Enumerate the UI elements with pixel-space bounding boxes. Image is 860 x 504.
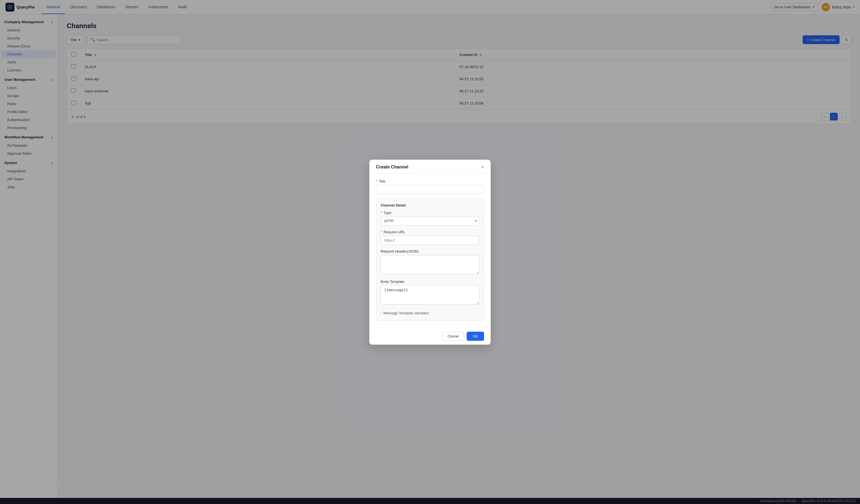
channel-detail-title: Channel Detail <box>381 203 479 207</box>
title-label: * Title <box>376 179 484 183</box>
form-group-body-template: Body Template {{message}} <box>381 279 479 305</box>
form-group-request-header: Request Header(JSON) <box>381 249 479 275</box>
type-select-wrapper: HTTP SLACK EMAIL ▾ <box>381 216 479 226</box>
message-template-toggle[interactable]: › Message Template Variables <box>381 310 479 316</box>
title-input[interactable] <box>376 185 484 194</box>
type-label: * Type <box>381 211 479 215</box>
message-template-variables-label: Message Template Variables <box>383 311 429 315</box>
cancel-button[interactable]: Cancel <box>442 332 464 341</box>
body-template-textarea[interactable]: {{message}} <box>381 285 479 305</box>
type-field-label: Type <box>383 211 391 215</box>
request-url-label: * Request URL <box>381 230 479 234</box>
modal-overlay: Create Channel × * Title Channel Detail … <box>0 0 860 504</box>
ok-button[interactable]: OK <box>467 332 484 341</box>
form-group-request-url: * Request URL <box>381 230 479 245</box>
modal-footer: Cancel OK <box>369 328 491 345</box>
modal-title: Create Channel <box>376 164 408 170</box>
required-indicator-type: * <box>381 211 382 215</box>
required-indicator: * <box>376 179 377 183</box>
channel-detail-box: Channel Detail * Type HTTP SLACK EMAIL ▾ <box>376 199 484 321</box>
title-field-label: Title <box>379 179 385 183</box>
chevron-right-icon: › <box>381 311 382 315</box>
request-header-label: Request Header(JSON) <box>381 249 479 254</box>
request-url-field-label: Request URL <box>384 230 405 234</box>
modal-body: * Title Channel Detail * Type HTTP <box>369 174 491 328</box>
create-channel-modal: Create Channel × * Title Channel Detail … <box>369 160 491 345</box>
request-url-input[interactable] <box>381 236 479 245</box>
body-template-label: Body Template <box>381 279 479 284</box>
type-select[interactable]: HTTP SLACK EMAIL <box>381 216 479 226</box>
modal-header: Create Channel × <box>369 160 491 174</box>
required-indicator-url: * <box>381 230 382 234</box>
form-group-type: * Type HTTP SLACK EMAIL ▾ <box>381 211 479 226</box>
form-group-title: * Title <box>376 179 484 194</box>
modal-close-button[interactable]: × <box>481 164 484 170</box>
request-header-textarea[interactable] <box>381 255 479 274</box>
